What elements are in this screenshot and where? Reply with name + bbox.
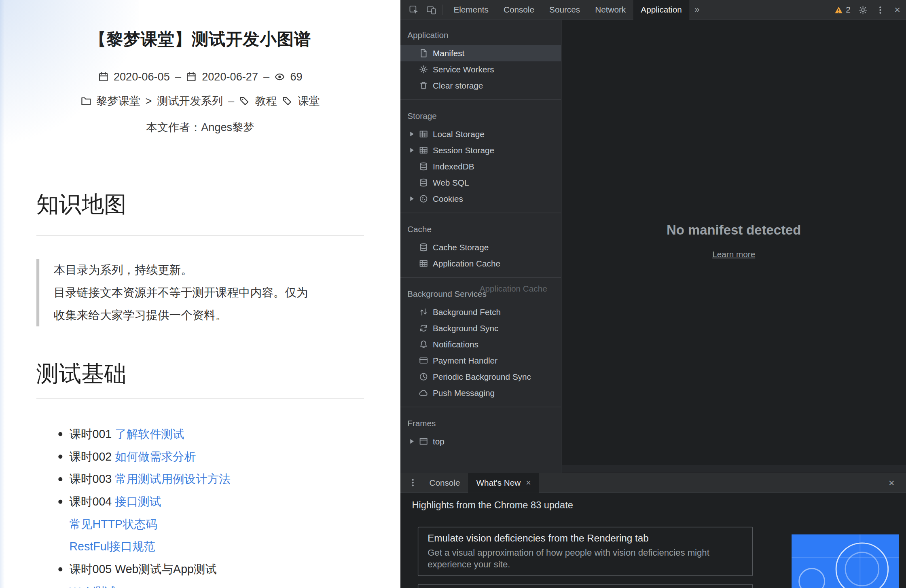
lesson-list: 课时001 了解软件测试 课时002 如何做需求分析 课时003 常用测试用例设… [36, 423, 364, 588]
tab-sources[interactable]: Sources [542, 0, 588, 20]
table-icon [419, 146, 428, 155]
device-toolbar-icon[interactable] [422, 2, 440, 18]
sidebar-item-label: Payment Handler [433, 356, 497, 365]
database-icon [419, 178, 428, 187]
intro-blockquote: 本目录为系列，持续更新。 目录链接文本资源并不等于测开课程中内容。仅为 收集来给… [36, 259, 364, 326]
inspect-element-icon[interactable] [405, 2, 422, 18]
section-header: Background Services [400, 285, 561, 304]
expand-arrow-icon[interactable] [410, 148, 414, 152]
devtools-drawer: Console What's New × × Highlights from t… [400, 473, 906, 588]
clear-storage-icon [419, 81, 428, 90]
more-tabs-chevron-icon[interactable]: » [689, 0, 705, 20]
expand-arrow-icon[interactable] [410, 132, 414, 136]
sidebar-item-manifest[interactable]: Manifest [400, 45, 561, 61]
whats-new-card[interactable]: Emulate locales from the Sensors tab or … [418, 584, 753, 588]
lesson-link[interactable]: 接口测试 [115, 495, 161, 508]
up-down-arrows-icon [419, 307, 428, 317]
sidebar-item-label: Local Storage [433, 129, 485, 139]
folder-icon [81, 96, 91, 106]
settings-gear-icon[interactable] [854, 2, 871, 18]
warning-count: 2 [846, 5, 851, 15]
sidebar-item-cookies[interactable]: Cookies [400, 190, 561, 207]
tab-network[interactable]: Network [588, 0, 633, 20]
devtools-panel: Elements Console Sources Network Applica… [400, 0, 906, 588]
console-warning-indicator[interactable]: 2 [834, 5, 851, 15]
post-date-start: 2020-06-05 [114, 70, 170, 83]
sidebar-item-clear-storage[interactable]: Clear storage [400, 77, 561, 93]
devtools-toolbar: Elements Console Sources Network Applica… [400, 0, 906, 20]
whats-new-card[interactable]: Emulate vision deficiencies from the Ren… [418, 527, 753, 576]
more-menu-icon[interactable] [871, 2, 889, 18]
sidebar-item-web-sql[interactable]: Web SQL [400, 174, 561, 190]
drawer-menu-icon[interactable] [404, 475, 421, 491]
expand-arrow-icon[interactable] [410, 439, 414, 444]
sidebar-item-service-workers[interactable]: Service Workers [400, 61, 561, 77]
sidebar-item-indexeddb[interactable]: IndexedDB [400, 158, 561, 174]
close-devtools-icon[interactable]: × [889, 2, 906, 18]
close-whats-new-tab-icon[interactable]: × [526, 478, 531, 487]
horizontal-scrollbar[interactable] [562, 465, 906, 473]
no-manifest-message: No manifest detected [667, 222, 801, 238]
tab-console[interactable]: Console [496, 0, 542, 20]
post-date-end: 2020-06-27 [202, 70, 258, 83]
whats-new-panel: Highlights from the Chrome 83 update Emu… [400, 493, 906, 588]
sidebar-item-push-messaging[interactable]: Push Messaging [400, 385, 561, 401]
sidebar-item-notifications[interactable]: Notifications [400, 336, 561, 352]
sidebar-item-label: Web SQL [433, 178, 469, 187]
section-divider [36, 398, 364, 398]
drawer-tab-label: What's New [476, 478, 521, 487]
eye-icon [275, 72, 285, 82]
sidebar-item-background-fetch[interactable]: Background Fetch [400, 304, 561, 320]
drawer-tab-whats-new[interactable]: What's New × [468, 473, 539, 493]
sidebar-item-label: Service Workers [433, 65, 494, 74]
section-header: Storage [400, 107, 561, 126]
lesson-number: 课时003 [69, 473, 115, 485]
close-drawer-icon[interactable]: × [883, 475, 900, 491]
database-icon [419, 243, 428, 252]
lesson-link[interactable]: RestFul接口规范 [69, 540, 155, 553]
sidebar-item-label: Background Sync [433, 324, 498, 333]
sidebar-item-label: Application Cache [433, 259, 500, 268]
lesson-link[interactable]: Web测试 [69, 585, 116, 588]
tab-elements[interactable]: Elements [446, 0, 496, 20]
lesson-link[interactable]: 常见HTTP状态码 [69, 518, 157, 530]
list-item: RestFul接口规范 [36, 535, 364, 558]
calendar-icon [98, 72, 108, 82]
list-item: Web测试 [36, 581, 364, 588]
sidebar-section-cache: Cache Cache Storage Application Cache [400, 213, 561, 278]
manifest-icon [419, 49, 428, 58]
category-link-child[interactable]: 测试开发系列 [157, 93, 223, 108]
sidebar-item-cache-storage[interactable]: Cache Storage [400, 239, 561, 255]
expand-arrow-icon[interactable] [410, 197, 414, 201]
sidebar-item-local-storage[interactable]: Local Storage [400, 126, 561, 142]
category-link-root[interactable]: 黎梦课堂 [96, 93, 140, 108]
lesson-link[interactable]: 如何做需求分析 [115, 450, 196, 463]
sidebar-item-background-sync[interactable]: Background Sync [400, 320, 561, 336]
sidebar-item-label: Cookies [433, 194, 463, 203]
table-icon [419, 259, 428, 268]
section-heading-knowledge-map: 知识地图 [36, 190, 364, 218]
sidebar-section-frames: Frames top [400, 407, 561, 455]
database-icon [419, 162, 428, 171]
sidebar-item-periodic-background-sync[interactable]: Periodic Background Sync [400, 368, 561, 385]
list-item: 课时004 接口测试 [36, 491, 364, 513]
section-divider [36, 235, 364, 235]
section-header: Application [400, 26, 561, 45]
lesson-link[interactable]: 了解软件测试 [115, 427, 184, 440]
tab-application[interactable]: Application [633, 0, 689, 20]
calendar-icon [186, 72, 197, 82]
tag-link[interactable]: 教程 [255, 93, 277, 108]
learn-more-link[interactable]: Learn more [712, 250, 755, 259]
sidebar-item-top-frame[interactable]: top [400, 433, 561, 449]
lesson-number: 课时005 Web测试与App测试 [69, 563, 217, 575]
drawer-tab-console[interactable]: Console [421, 473, 468, 493]
sidebar-item-application-cache[interactable]: Application Cache [400, 255, 561, 271]
sidebar-item-label: Background Fetch [433, 307, 501, 317]
sidebar-item-session-storage[interactable]: Session Storage [400, 142, 561, 158]
sidebar-item-label: Notifications [433, 340, 478, 349]
drawer-tab-bar: Console What's New × × [400, 473, 906, 493]
list-item: 课时003 常用测试用例设计方法 [36, 468, 364, 491]
lesson-link[interactable]: 常用测试用例设计方法 [115, 473, 231, 485]
sidebar-item-payment-handler[interactable]: Payment Handler [400, 352, 561, 368]
tag-link[interactable]: 课堂 [298, 93, 320, 108]
